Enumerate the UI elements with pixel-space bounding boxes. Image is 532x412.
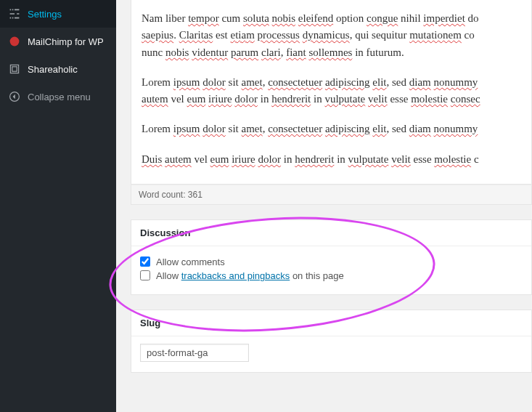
sidebar-item-shareaholic[interactable]: Shareaholic: [0, 55, 116, 83]
slug-metabox: Slug: [131, 310, 532, 373]
allow-trackbacks-row[interactable]: Allow trackbacks and pingbacks on this p…: [140, 270, 523, 281]
main-content: Nam liber tempor cum soluta nobis eleife…: [116, 0, 532, 412]
svg-rect-2: [12, 67, 17, 71]
sidebar-item-label: MailChimp for WP: [28, 36, 104, 47]
slug-title: Slug: [131, 310, 531, 336]
allow-comments-label: Allow comments: [156, 257, 225, 267]
collapse-icon: [7, 89, 22, 104]
sidebar-item-label: Shareaholic: [28, 64, 78, 75]
sidebar-item-label: Settings: [28, 9, 62, 20]
word-count: Word count: 361: [131, 185, 532, 205]
svg-rect-1: [10, 65, 18, 73]
sidebar-item-settings[interactable]: Settings: [0, 0, 116, 28]
editor-content[interactable]: Nam liber tempor cum soluta nobis eleife…: [131, 0, 532, 185]
admin-sidebar: Settings MailChimp for WP Shareaholic Co…: [0, 0, 116, 412]
allow-comments-checkbox[interactable]: [140, 257, 150, 267]
sidebar-item-label: Collapse menu: [28, 92, 91, 102]
trackbacks-link[interactable]: trackbacks and pingbacks: [181, 270, 290, 281]
discussion-title: Discussion: [131, 220, 531, 246]
sidebar-item-collapse[interactable]: Collapse menu: [0, 83, 116, 110]
allow-comments-row[interactable]: Allow comments: [140, 257, 523, 267]
settings-icon: [7, 7, 22, 21]
sidebar-item-mailchimp[interactable]: MailChimp for WP: [0, 28, 116, 55]
allow-trackbacks-label: Allow trackbacks and pingbacks on this p…: [156, 270, 344, 281]
allow-trackbacks-checkbox[interactable]: [140, 270, 150, 280]
svg-point-0: [10, 37, 20, 47]
shareaholic-icon: [7, 62, 22, 76]
mailchimp-icon: [7, 34, 22, 49]
discussion-metabox: Discussion Allow comments Allow trackbac…: [131, 219, 532, 295]
slug-input[interactable]: [140, 344, 249, 362]
